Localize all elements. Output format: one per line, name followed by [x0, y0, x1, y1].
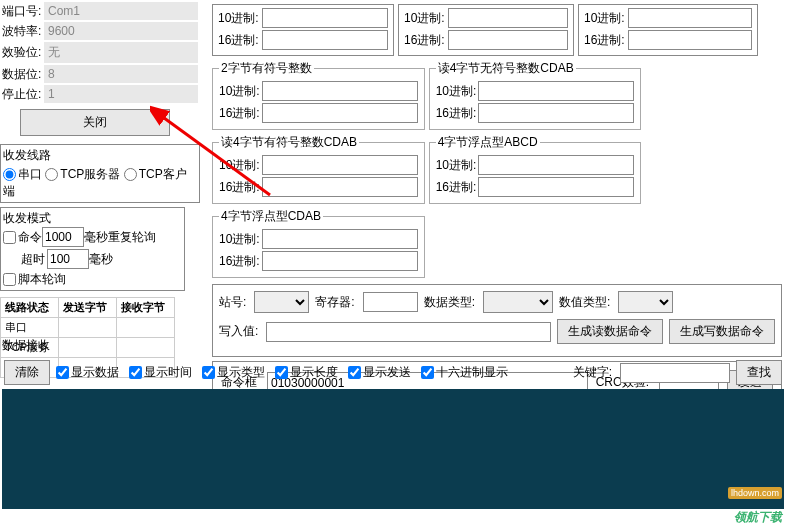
- box8-dec[interactable]: [262, 229, 418, 249]
- box3-hex[interactable]: [628, 30, 752, 50]
- chk-hex-show[interactable]: 十六进制显示: [421, 364, 508, 381]
- th-status: 线路状态: [1, 298, 59, 318]
- box5-hex[interactable]: [478, 103, 634, 123]
- port-select[interactable]: Com1: [44, 2, 198, 20]
- box7-hex[interactable]: [478, 177, 634, 197]
- keyword-label: 关键字:: [573, 364, 612, 381]
- timeout-suffix: 毫秒: [89, 251, 113, 268]
- cmd-checkbox[interactable]: 命令: [3, 229, 42, 246]
- chk-show-send[interactable]: 显示发送: [348, 364, 411, 381]
- box8-hex[interactable]: [262, 251, 418, 271]
- box-8: 4字节浮点型CDAB 10进制: 16进制:: [212, 208, 425, 278]
- chk-show-data[interactable]: 显示数据: [56, 364, 119, 381]
- data-receive-section: 数据接收 清除 显示数据 显示时间 显示类型 显示长度 显示发送 十六进制显示 …: [0, 335, 786, 509]
- box3-dec[interactable]: [628, 8, 752, 28]
- search-button[interactable]: 查找: [736, 360, 782, 385]
- box4-hex[interactable]: [262, 103, 418, 123]
- th-send: 发送字节: [59, 298, 117, 318]
- box-7: 4字节浮点型ABCD 10进制: 16进制:: [429, 134, 642, 204]
- box6-hex[interactable]: [262, 177, 418, 197]
- chk-show-type[interactable]: 显示类型: [202, 364, 265, 381]
- databits-label: 数据位:: [2, 66, 42, 83]
- box1-hex[interactable]: [262, 30, 388, 50]
- valuetype-select[interactable]: [618, 291, 673, 313]
- timeout-label: 超时: [21, 251, 45, 268]
- close-button[interactable]: 关闭: [20, 109, 170, 136]
- parity-select[interactable]: 无: [44, 42, 198, 63]
- port-label: 端口号:: [2, 3, 42, 20]
- chk-show-time[interactable]: 显示时间: [129, 364, 192, 381]
- send-line-title: 收发线路: [3, 147, 197, 164]
- box2-dec[interactable]: [448, 8, 568, 28]
- stopbits-label: 停止位:: [2, 86, 42, 103]
- box-5: 读4字节无符号整数CDAB 10进制: 16进制:: [429, 60, 642, 130]
- watermark: lhdown.com 领航下载: [734, 497, 782, 528]
- box2-hex[interactable]: [448, 30, 568, 50]
- radio-tcp-server[interactable]: TCP服务器: [45, 167, 120, 181]
- th-recv: 接收字节: [117, 298, 175, 318]
- timeout-input[interactable]: [47, 249, 89, 269]
- box1-dec[interactable]: [262, 8, 388, 28]
- box-2: 10进制: 16进制:: [398, 4, 574, 56]
- box-6: 读4字节有符号整数CDAB 10进制: 16进制:: [212, 134, 425, 204]
- register-input[interactable]: [363, 292, 418, 312]
- box6-dec[interactable]: [262, 155, 418, 175]
- keyword-input[interactable]: [620, 363, 730, 383]
- radio-serial[interactable]: 串口: [3, 167, 42, 181]
- valuetype-label: 数值类型:: [559, 294, 610, 311]
- datatype-label: 数据类型:: [424, 294, 475, 311]
- clear-button[interactable]: 清除: [4, 360, 50, 385]
- receive-log-area[interactable]: [2, 389, 784, 509]
- send-mode-title: 收发模式: [3, 210, 182, 227]
- box-3: 10进制: 16进制:: [578, 4, 758, 56]
- box5-dec[interactable]: [478, 81, 634, 101]
- register-label: 寄存器:: [315, 294, 354, 311]
- datatype-select[interactable]: [483, 291, 553, 313]
- recv-title: 数据接收: [0, 335, 786, 356]
- send-mode-group: 收发模式 命令 毫秒重复轮询 超时 毫秒 脚本轮询: [0, 207, 185, 291]
- box-4: 2字节有符号整数 10进制: 16进制:: [212, 60, 425, 130]
- cmd-suffix: 毫秒重复轮询: [84, 229, 156, 246]
- box-1: 10进制: 16进制:: [212, 4, 394, 56]
- baud-label: 波特率:: [2, 23, 42, 40]
- station-select[interactable]: [254, 291, 309, 313]
- box7-dec[interactable]: [478, 155, 634, 175]
- baud-select[interactable]: 9600: [44, 22, 198, 40]
- station-label: 站号:: [219, 294, 246, 311]
- script-checkbox[interactable]: 脚本轮询: [3, 272, 66, 286]
- databits-select[interactable]: 8: [44, 65, 198, 83]
- parity-label: 效验位:: [2, 44, 42, 61]
- send-line-group: 收发线路 串口 TCP服务器 TCP客户端: [0, 144, 200, 203]
- cmd-interval-input[interactable]: [42, 227, 84, 247]
- box4-dec[interactable]: [262, 81, 418, 101]
- chk-show-len[interactable]: 显示长度: [275, 364, 338, 381]
- stopbits-select[interactable]: 1: [44, 85, 198, 103]
